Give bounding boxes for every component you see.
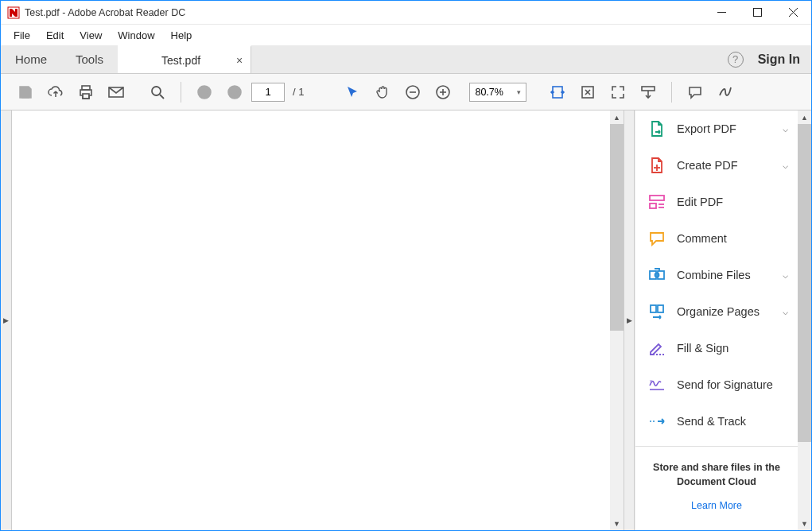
read-mode-icon[interactable] [635, 79, 662, 106]
send-track-icon [648, 413, 666, 430]
sign-in-button[interactable]: Sign In [758, 52, 800, 67]
fit-page-icon[interactable] [574, 79, 601, 106]
tool-send-track[interactable]: Send & Track [635, 403, 798, 440]
menu-view[interactable]: View [72, 27, 110, 44]
tool-comment[interactable]: Comment [635, 220, 798, 257]
tools-panel-list: Export PDF ⌵ Create PDF ⌵ Edit PDF Comme… [635, 110, 798, 440]
window-title: Test.pdf - Adobe Acrobat Reader DC [25, 7, 704, 18]
tool-label: Edit PDF [677, 196, 723, 208]
svg-rect-31 [651, 305, 656, 312]
page-down-icon[interactable] [221, 79, 248, 106]
tool-send-signature[interactable]: x Send for Signature [635, 366, 798, 403]
close-button[interactable] [775, 1, 811, 24]
cloud-promo-title: Store and share files in the Document Cl… [645, 461, 788, 489]
document-tab-close-icon[interactable]: × [236, 54, 243, 67]
export-pdf-icon [648, 120, 666, 138]
tool-label: Organize Pages [677, 305, 760, 318]
vertical-scrollbar[interactable]: ▲ ▼ [610, 110, 624, 530]
chevron-down-icon: ⌵ [783, 160, 788, 171]
tool-label: Comment [677, 232, 727, 245]
page-number-input[interactable] [251, 83, 285, 102]
toolbar-separator [181, 82, 181, 103]
menu-file[interactable]: File [6, 27, 38, 44]
svg-point-30 [655, 273, 659, 277]
menubar: File Edit View Window Help [1, 25, 811, 45]
left-panel-toggle[interactable]: ▶ [1, 110, 12, 530]
svg-text:x: x [650, 378, 652, 383]
learn-more-link[interactable]: Learn More [691, 500, 742, 511]
document-tab-title: Test.pdf [161, 54, 200, 67]
document-tab[interactable]: Test.pdf × [118, 45, 251, 73]
tool-label: Send for Signature [677, 378, 773, 391]
app-icon [7, 6, 20, 19]
comment-icon[interactable] [682, 79, 709, 106]
search-icon[interactable] [144, 79, 171, 106]
tool-label: Send & Track [677, 415, 746, 428]
cloud-promo: Store and share files in the Document Cl… [635, 446, 798, 526]
scrollbar-thumb[interactable] [798, 124, 811, 442]
sign-icon[interactable] [712, 79, 739, 106]
tab-tools[interactable]: Tools [61, 45, 118, 73]
edit-pdf-icon [648, 193, 666, 211]
tool-label: Fill & Sign [677, 342, 728, 355]
menu-edit[interactable]: Edit [38, 27, 72, 44]
scrollbar-thumb[interactable] [610, 124, 624, 331]
tool-label: Create PDF [677, 159, 738, 172]
chevron-down-icon: ⌵ [783, 269, 788, 281]
tabbar: Home Tools Test.pdf × ? Sign In [1, 45, 811, 74]
svg-rect-7 [83, 94, 89, 99]
maximize-button[interactable] [740, 1, 775, 24]
tool-create-pdf[interactable]: Create PDF ⌵ [635, 147, 798, 184]
minimize-button[interactable] [704, 1, 740, 24]
fill-sign-icon [648, 339, 666, 357]
send-signature-icon: x [648, 376, 666, 393]
tool-edit-pdf[interactable]: Edit PDF [635, 184, 798, 220]
zoom-value: 80.7% [475, 87, 503, 98]
comment-tool-icon [648, 230, 666, 247]
svg-rect-24 [650, 196, 664, 200]
tool-label: Combine Files [677, 269, 751, 281]
tool-combine-files[interactable]: Combine Files ⌵ [635, 257, 798, 293]
save-icon[interactable] [12, 79, 39, 106]
selection-tool-icon[interactable] [339, 79, 366, 106]
fit-width-icon[interactable] [544, 79, 571, 106]
page-total-label: / 1 [293, 86, 304, 98]
tool-fill-sign[interactable]: Fill & Sign [635, 330, 798, 366]
svg-line-10 [160, 95, 164, 99]
toolbar: / 1 80.7% [1, 74, 811, 110]
help-icon[interactable]: ? [728, 52, 744, 68]
fullscreen-icon[interactable] [604, 79, 631, 106]
zoom-select[interactable]: 80.7% [469, 83, 526, 102]
tool-export-pdf[interactable]: Export PDF ⌵ [635, 110, 798, 147]
tool-organize-pages[interactable]: Organize Pages ⌵ [635, 293, 798, 330]
svg-point-9 [152, 87, 161, 95]
chevron-down-icon: ⌵ [783, 306, 788, 317]
svg-rect-25 [650, 203, 656, 208]
menu-help[interactable]: Help [163, 27, 200, 44]
tool-label: Export PDF [677, 122, 736, 135]
zoom-in-icon[interactable] [429, 79, 457, 106]
organize-pages-icon [648, 303, 666, 320]
combine-files-icon [648, 266, 666, 284]
create-pdf-icon [648, 157, 666, 174]
svg-rect-32 [658, 305, 663, 312]
document-viewport[interactable]: ▲ ▼ [12, 110, 624, 530]
svg-rect-5 [22, 94, 29, 98]
menu-window[interactable]: Window [110, 27, 162, 44]
zoom-out-icon[interactable] [399, 79, 426, 106]
workspace: ▶ ▲ ▼ ▶ Export PDF ⌵ Create PDF ⌵ [1, 110, 811, 530]
email-icon[interactable] [103, 79, 130, 106]
hand-tool-icon[interactable] [369, 79, 396, 106]
right-panel-toggle[interactable]: ▶ [624, 110, 635, 530]
svg-point-36 [650, 421, 651, 422]
tab-home[interactable]: Home [1, 45, 61, 73]
svg-rect-20 [642, 87, 655, 91]
page-up-icon[interactable] [191, 79, 218, 106]
print-icon[interactable] [72, 79, 99, 106]
titlebar: Test.pdf - Adobe Acrobat Reader DC [1, 1, 811, 25]
cloud-upload-icon[interactable] [42, 79, 69, 106]
panel-scrollbar[interactable]: ▲ ▼ [798, 110, 811, 530]
toolbar-separator [671, 82, 672, 103]
svg-rect-2 [754, 9, 762, 17]
tools-panel: Export PDF ⌵ Create PDF ⌵ Edit PDF Comme… [635, 110, 811, 530]
